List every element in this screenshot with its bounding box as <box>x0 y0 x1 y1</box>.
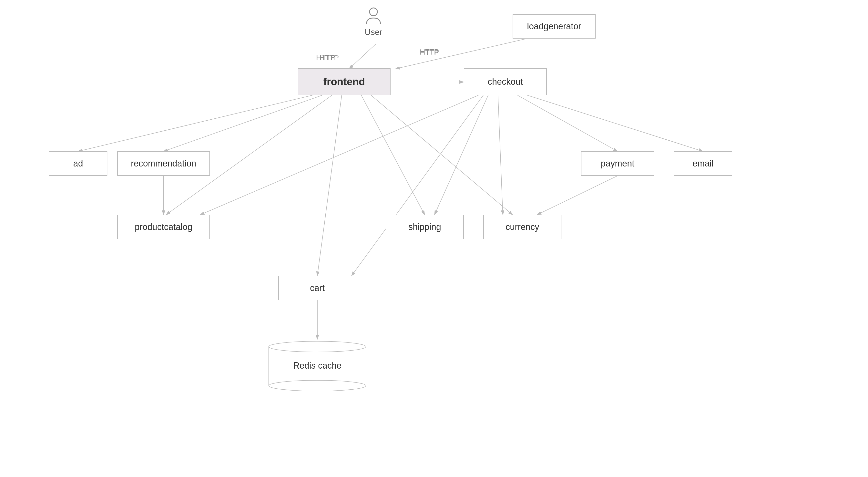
svg-point-21 <box>269 380 366 391</box>
payment-node: payment <box>581 151 654 176</box>
svg-line-7 <box>317 95 342 276</box>
svg-line-9 <box>371 95 513 215</box>
currency-node: currency <box>483 215 561 239</box>
redis-node: Redis cache <box>269 337 366 391</box>
svg-line-8 <box>361 95 425 215</box>
http1-label: HTTP <box>316 53 335 61</box>
checkout-node: checkout <box>464 68 547 95</box>
svg-line-11 <box>434 95 488 215</box>
svg-line-1 <box>349 44 376 69</box>
email-node: email <box>674 151 732 176</box>
productcatalog-node: productcatalog <box>117 215 210 239</box>
svg-line-14 <box>527 95 703 151</box>
svg-point-19 <box>370 8 377 16</box>
svg-point-22 <box>269 341 366 352</box>
svg-line-4 <box>78 95 312 151</box>
loadgenerator-node: loadgenerator <box>513 14 596 38</box>
recommendation-node: recommendation <box>117 151 210 176</box>
svg-line-5 <box>163 95 322 151</box>
http2-label: HTTP <box>420 48 439 57</box>
ad-node: ad <box>49 151 107 176</box>
shipping-node: shipping <box>386 215 464 239</box>
svg-line-13 <box>351 95 483 276</box>
svg-line-2 <box>396 39 525 69</box>
svg-line-18 <box>537 176 618 215</box>
svg-text:Redis cache: Redis cache <box>293 361 341 370</box>
user-node: User <box>364 7 383 37</box>
svg-line-12 <box>498 95 503 215</box>
svg-line-15 <box>518 95 618 151</box>
cart-node: cart <box>278 276 356 300</box>
diagram-container: HTTP HTTP User loadgenerator frontend ch… <box>0 0 868 477</box>
svg-line-10 <box>200 95 478 215</box>
frontend-node: frontend <box>298 68 391 95</box>
